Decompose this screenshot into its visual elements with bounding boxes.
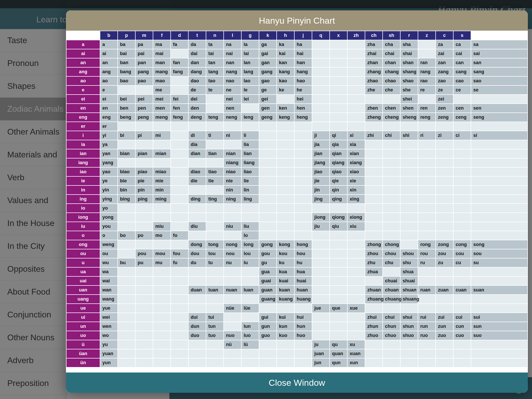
pinyin-cell[interactable]: shai bbox=[400, 49, 418, 58]
pinyin-cell[interactable]: gu bbox=[259, 258, 277, 267]
pinyin-cell[interactable]: hei bbox=[294, 95, 312, 104]
pinyin-cell[interactable]: zhe bbox=[365, 85, 383, 95]
pinyin-cell[interactable]: liu bbox=[241, 222, 259, 231]
pinyin-cell[interactable]: pin bbox=[135, 185, 153, 195]
pinyin-cell[interactable]: lai bbox=[241, 49, 259, 58]
pinyin-cell[interactable]: fen bbox=[171, 104, 188, 113]
pinyin-cell[interactable]: jie bbox=[312, 176, 330, 185]
pinyin-cell[interactable]: lu bbox=[241, 258, 259, 267]
pinyin-cell[interactable]: kong bbox=[277, 240, 294, 249]
row-header[interactable]: u bbox=[66, 258, 100, 267]
pinyin-cell[interactable]: gei bbox=[259, 95, 277, 104]
pinyin-cell[interactable]: ka bbox=[277, 40, 294, 49]
pinyin-cell[interactable]: reng bbox=[418, 113, 436, 122]
pinyin-cell[interactable]: ruan bbox=[418, 285, 436, 295]
pinyin-cell[interactable]: gua bbox=[259, 267, 277, 276]
pinyin-cell[interactable]: mi bbox=[153, 131, 171, 140]
pinyin-cell[interactable]: nou bbox=[224, 249, 241, 258]
row-header[interactable]: üan bbox=[66, 349, 100, 358]
pinyin-cell[interactable]: ei bbox=[100, 95, 118, 104]
pinyin-cell[interactable]: xia bbox=[347, 140, 365, 149]
pinyin-cell[interactable]: qiong bbox=[330, 213, 347, 222]
pinyin-cell[interactable]: gun bbox=[259, 322, 277, 331]
pinyin-cell[interactable]: chan bbox=[383, 58, 400, 67]
pinyin-cell[interactable]: lian bbox=[241, 149, 259, 158]
pinyin-cell[interactable]: fu bbox=[171, 258, 188, 267]
pinyin-cell[interactable]: heng bbox=[294, 113, 312, 122]
pinyin-cell[interactable]: mo bbox=[153, 231, 171, 240]
pinyin-cell[interactable]: zhong bbox=[365, 240, 383, 249]
row-header[interactable]: ang bbox=[66, 67, 100, 76]
pinyin-cell[interactable]: tui bbox=[206, 313, 224, 322]
pinyin-cell[interactable]: zan bbox=[436, 58, 453, 67]
column-header[interactable]: x bbox=[330, 31, 347, 40]
pinyin-cell[interactable]: qin bbox=[330, 185, 347, 195]
pinyin-cell[interactable]: lüe bbox=[241, 304, 259, 313]
pinyin-cell[interactable]: cuan bbox=[453, 285, 471, 295]
pinyin-cell[interactable]: tun bbox=[206, 322, 224, 331]
pinyin-cell[interactable]: le bbox=[241, 85, 259, 95]
pinyin-cell[interactable]: chuo bbox=[383, 331, 400, 340]
pinyin-cell[interactable]: gen bbox=[259, 104, 277, 113]
pinyin-cell[interactable]: zeng bbox=[436, 113, 453, 122]
pinyin-cell[interactable]: dun bbox=[188, 322, 206, 331]
pinyin-cell[interactable]: lun bbox=[241, 322, 259, 331]
pinyin-cell[interactable]: qing bbox=[330, 195, 347, 204]
pinyin-cell[interactable]: li bbox=[241, 131, 259, 140]
pinyin-cell[interactable]: shou bbox=[400, 249, 418, 258]
pinyin-cell[interactable]: pang bbox=[135, 67, 153, 76]
column-header[interactable]: g bbox=[241, 31, 259, 40]
pinyin-cell[interactable]: lei bbox=[241, 95, 259, 104]
pinyin-cell[interactable]: zhu bbox=[365, 258, 383, 267]
pinyin-cell[interactable]: shan bbox=[400, 58, 418, 67]
pinyin-cell[interactable]: jiong bbox=[312, 213, 330, 222]
pinyin-cell[interactable]: tong bbox=[206, 240, 224, 249]
column-header[interactable]: q bbox=[312, 31, 330, 40]
pinyin-cell[interactable]: duo bbox=[188, 331, 206, 340]
pinyin-cell[interactable]: da bbox=[188, 40, 206, 49]
pinyin-cell[interactable]: cui bbox=[453, 313, 471, 322]
pinyin-cell[interactable]: gao bbox=[259, 76, 277, 85]
pinyin-cell[interactable]: ga bbox=[259, 40, 277, 49]
pinyin-cell[interactable]: suo bbox=[471, 331, 528, 340]
pinyin-cell[interactable]: wai bbox=[100, 276, 118, 285]
pinyin-cell[interactable]: dui bbox=[188, 313, 206, 322]
pinyin-cell[interactable]: pei bbox=[135, 95, 153, 104]
pinyin-cell[interactable]: luo bbox=[241, 331, 259, 340]
pinyin-cell[interactable]: eng bbox=[100, 113, 118, 122]
pinyin-cell[interactable]: xun bbox=[347, 358, 365, 367]
pinyin-cell[interactable]: ya bbox=[100, 140, 118, 149]
pinyin-cell[interactable]: wu bbox=[100, 258, 118, 267]
pinyin-cell[interactable]: kou bbox=[277, 249, 294, 258]
pinyin-cell[interactable]: nong bbox=[224, 240, 241, 249]
pinyin-cell[interactable]: che bbox=[383, 85, 400, 95]
pinyin-cell[interactable]: hang bbox=[294, 67, 312, 76]
pinyin-cell[interactable]: ma bbox=[153, 40, 171, 49]
pinyin-cell[interactable]: ba bbox=[118, 40, 135, 49]
column-header[interactable]: p bbox=[118, 31, 135, 40]
pinyin-cell[interactable]: hao bbox=[294, 76, 312, 85]
pinyin-cell[interactable]: hu bbox=[294, 258, 312, 267]
pinyin-cell[interactable]: huan bbox=[294, 285, 312, 295]
pinyin-cell[interactable]: na bbox=[224, 40, 241, 49]
pinyin-cell[interactable]: die bbox=[188, 176, 206, 185]
pinyin-cell[interactable]: dang bbox=[188, 67, 206, 76]
pinyin-cell[interactable]: miao bbox=[153, 167, 171, 176]
pinyin-cell[interactable]: pou bbox=[135, 249, 153, 258]
pinyin-cell[interactable]: zhuang bbox=[365, 295, 383, 304]
pinyin-cell[interactable]: wen bbox=[100, 322, 118, 331]
row-header[interactable]: iu bbox=[66, 222, 100, 231]
pinyin-cell[interactable]: zei bbox=[436, 95, 453, 104]
pinyin-cell[interactable]: zang bbox=[436, 67, 453, 76]
row-header[interactable]: a bbox=[66, 40, 100, 49]
pinyin-cell[interactable]: jiu bbox=[312, 222, 330, 231]
pinyin-cell[interactable]: chen bbox=[383, 104, 400, 113]
pinyin-cell[interactable]: zuan bbox=[436, 285, 453, 295]
pinyin-cell[interactable]: qi bbox=[330, 131, 347, 140]
pinyin-cell[interactable]: zui bbox=[436, 313, 453, 322]
pinyin-cell[interactable]: zun bbox=[436, 322, 453, 331]
pinyin-cell[interactable]: shei bbox=[400, 95, 418, 104]
row-header[interactable]: ue bbox=[66, 304, 100, 313]
pinyin-cell[interactable]: zuo bbox=[436, 331, 453, 340]
pinyin-cell[interactable]: huang bbox=[294, 295, 312, 304]
